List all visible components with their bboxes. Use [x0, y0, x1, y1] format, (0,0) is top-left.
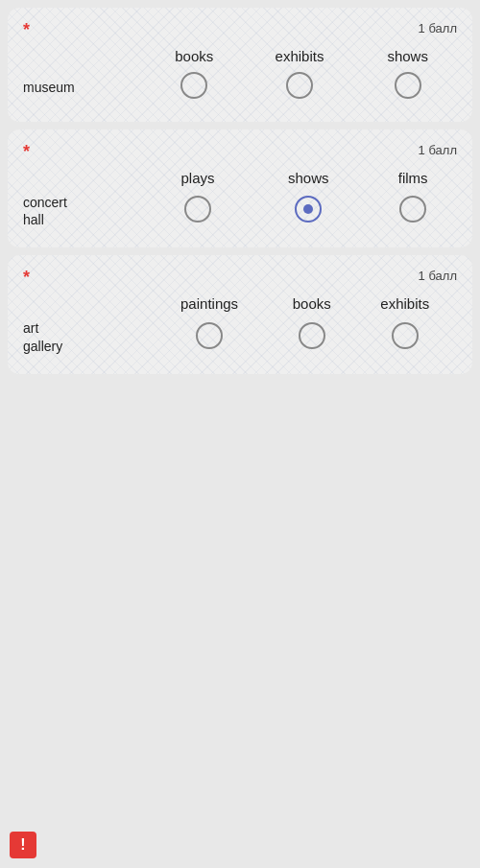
column-header-shows: shows [248, 170, 369, 194]
score-label: 1 балл [419, 143, 457, 157]
radio-3-1-3[interactable] [392, 322, 419, 349]
question-table-1: booksexhibitsshowsmuseum [23, 48, 457, 103]
radio-2-1-2[interactable] [295, 196, 322, 223]
column-header-plays: plays [148, 170, 248, 194]
question-table-2: playsshowsfilmsconcerthall [23, 170, 457, 228]
score-label: 1 балл [419, 21, 457, 35]
table-row: concerthall [23, 194, 457, 228]
required-star: * [23, 21, 30, 38]
card-2: *1 баллplaysshowsfilmsconcerthall [8, 129, 472, 247]
column-header-exhibits: exhibits [352, 295, 457, 319]
required-star: * [23, 269, 30, 286]
row-label-3-1: artgallery [23, 319, 148, 354]
column-label-empty [23, 295, 148, 319]
radio-1-1-1[interactable] [180, 72, 207, 99]
radio-1-1-3[interactable] [395, 72, 421, 99]
question-table-3: paintingsbooksexhibitsartgallery [23, 295, 457, 354]
row-label-1-1: museum [23, 72, 148, 103]
column-header-books: books [148, 48, 241, 72]
column-header-shows: shows [358, 48, 457, 72]
card-3: *1 баллpaintingsbooksexhibitsartgallery [8, 255, 472, 373]
column-label-empty [23, 48, 148, 72]
radio-2-1-3[interactable] [399, 196, 426, 223]
table-row: museum [23, 72, 457, 103]
radio-3-1-2[interactable] [299, 322, 325, 349]
alert-icon[interactable]: ! [10, 832, 36, 858]
required-star: * [23, 143, 30, 160]
radio-2-1-1[interactable] [184, 196, 211, 223]
column-label-empty [23, 170, 148, 194]
column-header-films: films [369, 170, 457, 194]
radio-3-1-1[interactable] [196, 322, 223, 349]
radio-1-1-2[interactable] [286, 72, 313, 99]
column-header-exhibits: exhibits [241, 48, 359, 72]
card-1: *1 баллbooksexhibitsshowsmuseum [8, 8, 472, 122]
column-header-paintings: paintings [148, 295, 271, 319]
table-row: artgallery [23, 319, 457, 354]
row-label-2-1: concerthall [23, 194, 148, 228]
column-header-books: books [271, 295, 352, 319]
score-label: 1 балл [419, 269, 457, 283]
